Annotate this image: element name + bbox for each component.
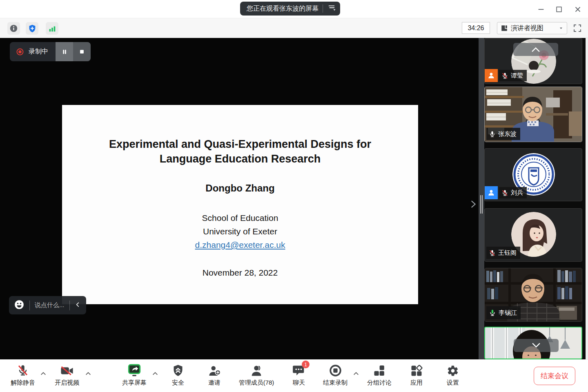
recording-options-chevron[interactable] <box>352 370 360 377</box>
banner-text: 您正在观看张东波的屏幕 <box>247 4 318 13</box>
share-screen-icon <box>127 364 142 377</box>
participant-role-badge <box>485 186 498 199</box>
screen-view-banner[interactable]: 您正在观看张东波的屏幕 <box>240 2 340 16</box>
audio-options-chevron[interactable] <box>39 370 47 377</box>
mic-icon <box>489 131 496 138</box>
emoji-icon[interactable] <box>14 299 24 312</box>
participant-role-badge <box>485 69 498 82</box>
network-signal-icon <box>48 24 57 33</box>
name-tag: 张东波 <box>486 128 520 140</box>
shared-screen-area: Experimental and Quasi-Experimental Desi… <box>0 38 479 359</box>
stop-icon <box>79 49 85 55</box>
muted-mic-icon <box>489 249 496 256</box>
security-shield-icon <box>28 24 37 33</box>
settings-button[interactable]: 设置 <box>439 364 467 387</box>
chat-input-placeholder[interactable]: 说点什么... <box>35 301 65 309</box>
minimize-button[interactable] <box>535 3 547 16</box>
security-status-button[interactable] <box>26 22 38 35</box>
name-tag: 王钰阁 <box>486 247 520 259</box>
quick-chat-bar: 说点什么... <box>9 296 86 314</box>
muted-mic-icon <box>501 72 508 79</box>
muted-mic-icon <box>17 364 29 377</box>
filmstrip-scroll-down-button[interactable] <box>514 339 559 352</box>
participant-tile-wangyuge[interactable]: 王钰阁 <box>484 208 582 262</box>
fullscreen-button[interactable] <box>571 22 584 34</box>
meeting-controls-bar: 解除静音 开启视频 共享屏幕 安全 邀请 管理成员(78) <box>0 359 588 392</box>
record-dot-icon <box>16 48 24 56</box>
layout-view-icon <box>501 24 508 32</box>
invite-button[interactable]: 邀请 <box>200 364 229 387</box>
chat-unread-badge: 1 <box>302 361 310 368</box>
email-link[interactable]: d.zhang4@exeter.ac.uk <box>195 240 285 249</box>
meeting-info-button[interactable] <box>7 22 20 35</box>
participant-tile-lixijiang[interactable]: 李锡江 <box>484 268 582 322</box>
participant-tile-zhangdongbo[interactable]: 张东波 <box>484 87 582 142</box>
pause-icon <box>61 49 68 55</box>
person-icon <box>487 71 495 80</box>
sidebar-expand-chevron[interactable] <box>469 198 478 212</box>
chevron-up-icon <box>531 47 540 52</box>
participant-tile-active-speaker[interactable] <box>484 327 582 359</box>
name-tag: 李锡江 <box>486 306 521 319</box>
network-quality-button[interactable] <box>46 22 58 35</box>
recording-indicator: 录制中 <box>10 42 91 61</box>
slide-email-link: d.zhang4@exeter.ac.uk <box>62 238 418 252</box>
close-button[interactable] <box>572 3 584 16</box>
chevron-left-icon[interactable] <box>75 301 81 310</box>
filmstrip-scroll-up-button[interactable] <box>513 43 558 56</box>
unmute-button[interactable]: 解除静音 <box>6 364 40 387</box>
name-tag: 刘兵 <box>499 187 527 198</box>
share-screen-button[interactable]: 共享屏幕 <box>117 364 152 387</box>
chevron-down-icon <box>559 26 564 31</box>
slide-author: Dongbo Zhang <box>62 183 418 194</box>
top-toolbar: 34:26 演讲者视图 <box>0 18 588 38</box>
meeting-window: 您正在观看张东波的屏幕 34:26 演 <box>0 0 588 392</box>
video-off-icon <box>60 365 74 377</box>
gear-icon <box>447 365 459 377</box>
apps-button[interactable]: 应用 <box>402 364 431 387</box>
stop-recording-toolbar-button[interactable]: 结束录制 <box>317 364 354 387</box>
muted-mic-icon <box>501 189 508 196</box>
stop-recording-button[interactable] <box>73 42 91 61</box>
apps-icon <box>410 365 423 377</box>
chevron-down-icon <box>532 343 541 348</box>
speaker-view-button[interactable]: 演讲者视图 <box>497 22 567 34</box>
security-button[interactable]: 安全 <box>163 364 193 387</box>
meeting-timer: 34:26 <box>462 22 490 34</box>
video-options-chevron[interactable] <box>84 370 92 377</box>
slide-date: November 28, 2022 <box>62 268 418 278</box>
person-icon <box>487 189 495 197</box>
breakout-rooms-button[interactable]: 分组讨论 <box>361 364 398 387</box>
title-bar: 您正在观看张东波的屏幕 <box>0 0 588 18</box>
speaking-mic-icon <box>489 309 496 316</box>
manage-participants-button[interactable]: 管理成员(78) <box>231 364 282 387</box>
presentation-slide: Experimental and Quasi-Experimental Desi… <box>62 105 418 304</box>
stop-record-icon <box>329 364 342 377</box>
banner-divider <box>323 4 323 13</box>
speaker-view-label: 演讲者视图 <box>511 24 543 33</box>
start-video-button[interactable]: 开启视频 <box>48 364 86 387</box>
breakout-rooms-icon <box>373 365 385 377</box>
share-options-chevron[interactable] <box>151 370 159 377</box>
fullscreen-icon <box>572 23 582 33</box>
pause-recording-button[interactable] <box>56 42 73 61</box>
maximize-button[interactable] <box>553 3 565 16</box>
end-meeting-button[interactable]: 结束会议 <box>534 367 575 385</box>
slide-title: Experimental and Quasi-Experimental Desi… <box>62 137 418 166</box>
participants-filmstrip: 谭莹 <box>484 38 588 359</box>
slide-org-line1: School of Education <box>62 211 418 225</box>
view-options-icon[interactable] <box>327 3 336 14</box>
slide-org-line2: University of Exeter <box>62 225 418 238</box>
filmstrip-scrollbar[interactable] <box>586 38 588 359</box>
panel-drag-handle[interactable] <box>479 38 484 359</box>
name-tag: 谭莹 <box>499 70 527 81</box>
participants-icon <box>250 364 263 377</box>
participant-tile-liubing[interactable]: 刘兵 <box>484 148 582 201</box>
chat-button[interactable]: 1 聊天 <box>285 364 313 387</box>
invite-person-icon <box>208 364 221 377</box>
info-icon <box>9 24 18 33</box>
participant-tile-tanying[interactable]: 谭莹 <box>484 38 582 84</box>
recording-label: 录制中 <box>29 47 48 56</box>
security-icon <box>172 364 184 377</box>
